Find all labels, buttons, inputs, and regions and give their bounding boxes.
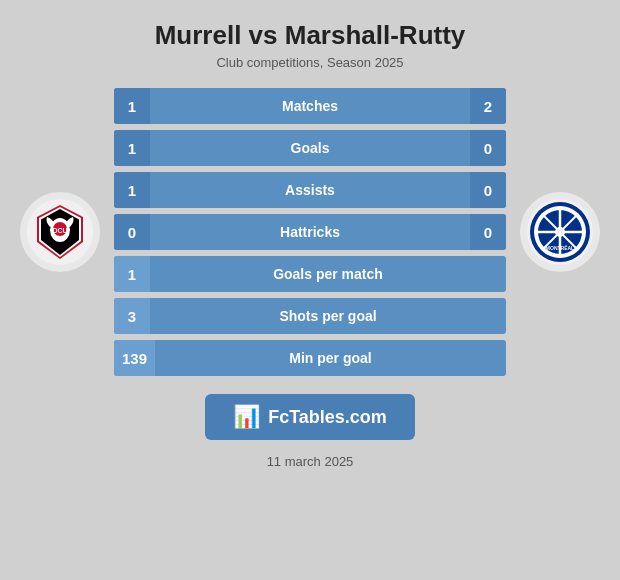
fctables-icon: 📊 bbox=[233, 404, 260, 430]
stat-left-val: 139 bbox=[114, 340, 155, 376]
stat-label: Min per goal bbox=[155, 350, 506, 366]
fctables-badge: 📊 FcTables.com bbox=[205, 394, 415, 440]
svg-text:DCU: DCU bbox=[52, 227, 67, 234]
montreal-logo-circle: MONTRÉAL bbox=[520, 192, 600, 272]
fctables-text: FcTables.com bbox=[268, 407, 387, 428]
stat-left-val: 1 bbox=[114, 172, 150, 208]
team-logo-right: MONTRÉAL bbox=[510, 192, 610, 272]
stat-left-val: 1 bbox=[114, 256, 150, 292]
stat-label: Matches bbox=[150, 98, 470, 114]
card: Murrell vs Marshall-Rutty Club competiti… bbox=[0, 0, 620, 580]
stat-label: Hattricks bbox=[150, 224, 470, 240]
dc-united-logo-circle: DCU bbox=[20, 192, 100, 272]
stat-row-goals-per-match: 1Goals per match bbox=[114, 256, 506, 292]
stat-left-val: 1 bbox=[114, 130, 150, 166]
stat-label: Assists bbox=[150, 182, 470, 198]
stat-label: Goals per match bbox=[150, 266, 506, 282]
svg-point-15 bbox=[555, 227, 565, 237]
page-title: Murrell vs Marshall-Rutty bbox=[155, 20, 466, 51]
stat-right-val: 0 bbox=[470, 214, 506, 250]
stat-right-val: 0 bbox=[470, 172, 506, 208]
date-footer: 11 march 2025 bbox=[267, 454, 354, 469]
subtitle: Club competitions, Season 2025 bbox=[216, 55, 403, 70]
stats-column: 1Matches21Goals01Assists00Hattricks01Goa… bbox=[110, 88, 510, 376]
stat-label: Goals bbox=[150, 140, 470, 156]
svg-text:MONTRÉAL: MONTRÉAL bbox=[546, 244, 574, 251]
stat-left-val: 0 bbox=[114, 214, 150, 250]
main-content: DCU 1Matches21Goals01Assists00Hattricks0… bbox=[10, 88, 610, 376]
stat-row-assists: 1Assists0 bbox=[114, 172, 506, 208]
montreal-logo-svg: MONTRÉAL bbox=[525, 197, 595, 267]
stat-row-matches: 1Matches2 bbox=[114, 88, 506, 124]
stat-row-hattricks: 0Hattricks0 bbox=[114, 214, 506, 250]
stat-left-val: 3 bbox=[114, 298, 150, 334]
dc-united-logo-svg: DCU bbox=[25, 197, 95, 267]
stat-row-shots-per-goal: 3Shots per goal bbox=[114, 298, 506, 334]
stat-label: Shots per goal bbox=[150, 308, 506, 324]
team-logo-left: DCU bbox=[10, 192, 110, 272]
stat-right-val: 0 bbox=[470, 130, 506, 166]
stat-left-val: 1 bbox=[114, 88, 150, 124]
stat-row-goals: 1Goals0 bbox=[114, 130, 506, 166]
stat-right-val: 2 bbox=[470, 88, 506, 124]
stat-row-min-per-goal: 139Min per goal bbox=[114, 340, 506, 376]
